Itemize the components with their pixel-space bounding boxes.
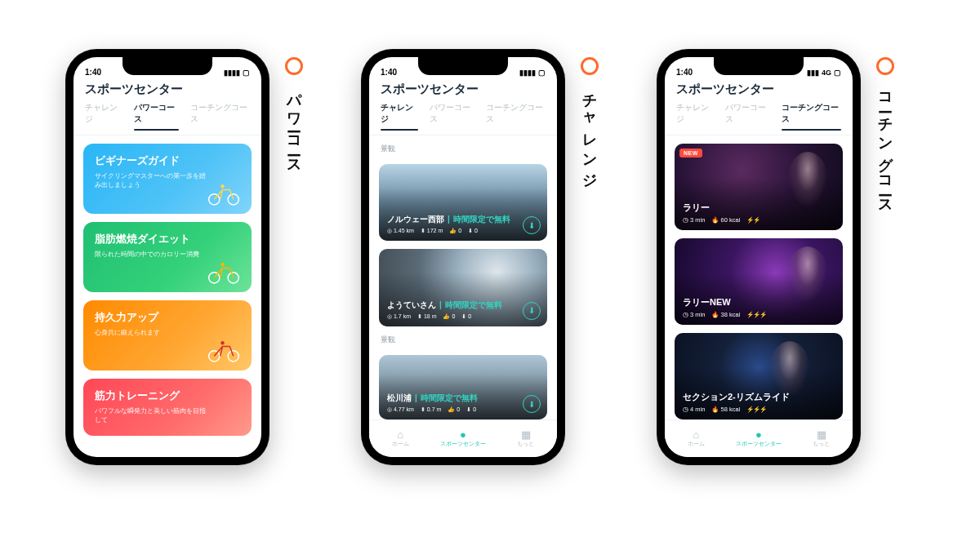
tab-challenge[interactable]: チャレンジ — [676, 102, 714, 130]
card-stats: ◷ 3 min 🔥 38 kcal ⚡⚡⚡ — [683, 311, 835, 318]
battery-icon: ▢ — [834, 69, 841, 77]
download-button[interactable]: ⬇ — [523, 302, 541, 320]
bike-icon — [206, 258, 242, 286]
tab-power[interactable]: パワーコース — [430, 102, 474, 130]
card-desc: サイクリングマスターへの第一歩を踏み出しましょう — [95, 171, 209, 189]
tabbar-more[interactable]: ▦もっと — [494, 420, 557, 457]
tab-power[interactable]: パワーコース — [134, 102, 179, 130]
card-stats: ◷ 4 min 🔥 58 kcal ⚡⚡⚡ — [683, 406, 835, 413]
tab-coaching[interactable]: コーチングコース — [190, 102, 250, 130]
card-desc: 心身共に鍛えられます — [95, 328, 209, 337]
grid-icon: ▦ — [817, 429, 826, 440]
power-card-endurance[interactable]: 持久力アップ 心身共に鍛えられます — [83, 300, 252, 371]
side-label-coaching: コーチングコース — [875, 57, 895, 211]
status-indicators: ▮▮▮ 4G ▢ — [807, 69, 841, 77]
tab-bar: ⌂ホーム ●スポーツセンター ▦もっと — [665, 419, 853, 457]
coaching-card-rally[interactable]: NEW ラリー ◷ 3 min 🔥 60 kcal ⚡⚡ — [675, 144, 843, 230]
tabbar-home[interactable]: ⌂ホーム — [665, 420, 728, 457]
coaching-card-rally-new[interactable]: ラリーNEW ◷ 3 min 🔥 38 kcal ⚡⚡⚡ — [675, 238, 843, 325]
elevation-icon: ⬍ 172 m — [421, 228, 443, 234]
screen: 1:40 ▮▮▮▮ ▢ スポーツセンター チャレンジ パワーコース コーチングコ… — [74, 57, 261, 457]
download-button[interactable]: ⬇ — [523, 395, 541, 413]
power-card-strength[interactable]: 筋力トレーニング パワフルな瞬発力と美しい筋肉を目指して — [83, 379, 252, 436]
section-label: 景観 — [379, 144, 547, 156]
signal-icon: ▮▮▮ 4G — [807, 69, 831, 77]
tabbar-center[interactable]: ●スポーツセンター — [432, 420, 495, 457]
status-time: 1:40 — [85, 68, 101, 77]
tab-challenge[interactable]: チャレンジ — [85, 102, 122, 130]
card-title: ようていさん|時間限定で無料 — [387, 300, 539, 311]
likes-icon: 👍 0 — [449, 228, 461, 234]
card-title: ラリー — [683, 202, 835, 214]
screen: 1:40 ▮▮▮ 4G ▢ スポーツセンター チャレンジ パワーコース コーチン… — [665, 57, 853, 457]
power-course-list: ビギナーズガイド サイクリングマスターへの第一歩を踏み出しましょう 脂肪燃焼ダイ… — [74, 135, 261, 457]
card-title: 脂肪燃焼ダイエット — [95, 232, 240, 246]
tab-challenge[interactable]: チャレンジ — [381, 102, 418, 130]
flame-icon: 🔥 60 kcal — [711, 216, 740, 224]
coaching-list: NEW ラリー ◷ 3 min 🔥 60 kcal ⚡⚡ ラリーNEW — [665, 135, 853, 419]
status-time: 1:40 — [676, 68, 693, 77]
tabs: チャレンジ パワーコース コーチングコース — [369, 102, 557, 135]
svg-point-1 — [228, 194, 238, 205]
page-title: スポーツセンター — [369, 78, 557, 102]
card-stats: ◷ 3 min 🔥 60 kcal ⚡⚡ — [683, 216, 835, 224]
svg-point-8 — [220, 341, 224, 344]
phone-notch — [418, 57, 508, 75]
page-title: スポーツセンター — [74, 78, 261, 102]
coach-figure — [769, 341, 810, 398]
card-stats: ◎ 1.45 km ⬍ 172 m 👍 0 ⬇ 0 — [387, 228, 539, 234]
new-badge: NEW — [679, 149, 702, 158]
signal-icon: ▮▮▮▮ — [519, 69, 536, 77]
page-title: スポーツセンター — [665, 78, 853, 102]
card-title: 松川浦|時間限定で無料 — [387, 393, 539, 404]
svg-point-2 — [220, 184, 224, 188]
bike-icon — [206, 336, 242, 364]
power-card-fatburn[interactable]: 脂肪燃焼ダイエット 限られた時間の中でのカロリー消費 — [83, 222, 252, 292]
globe-icon: ● — [755, 429, 762, 440]
phone-notch — [714, 57, 804, 75]
tabbar-more[interactable]: ▦もっと — [790, 420, 853, 457]
tab-coaching[interactable]: コーチングコース — [782, 102, 841, 130]
card-stats: ◎ 4.77 km ⬍ 0.7 m 👍 0 ⬇ 0 — [387, 406, 539, 413]
card-title: ラリーNEW — [683, 296, 835, 308]
grid-icon: ▦ — [521, 429, 531, 440]
card-title: ビギナーズガイド — [95, 153, 240, 168]
battery-icon: ▢ — [538, 69, 546, 77]
card-title: ノルウェー西部|時間限定で無料 — [387, 214, 539, 225]
tab-coaching[interactable]: コーチングコース — [486, 102, 546, 130]
power-card-beginner[interactable]: ビギナーズガイド サイクリングマスターへの第一歩を踏み出しましょう — [83, 144, 252, 214]
side-label-text: コーチングコース — [875, 83, 895, 211]
section-label: 景観 — [379, 335, 547, 347]
tabbar-home[interactable]: ⌂ホーム — [369, 420, 432, 457]
tabbar-center[interactable]: ●スポーツセンター — [728, 420, 791, 457]
phone-notch — [122, 57, 212, 75]
card-stats: ◎ 1.7 km ⬍ 18 m 👍 0 ⬇ 0 — [387, 313, 539, 320]
side-label-text: パワーコース — [284, 83, 304, 171]
tab-power[interactable]: パワーコース — [725, 102, 770, 130]
battery-icon: ▢ — [243, 69, 250, 77]
challenge-card-matsukawa[interactable]: 松川浦|時間限定で無料 ◎ 4.77 km ⬍ 0.7 m 👍 0 ⬇ 0 ⬇ — [379, 355, 547, 419]
side-label-power: パワーコース — [284, 57, 304, 171]
coach-figure — [787, 152, 828, 209]
challenge-card-yotei[interactable]: ようていさん|時間限定で無料 ◎ 1.7 km ⬍ 18 m 👍 0 ⬇ 0 ⬇ — [379, 249, 547, 326]
challenge-card-norway[interactable]: ノルウェー西部|時間限定で無料 ◎ 1.45 km ⬍ 172 m 👍 0 ⬇ … — [379, 164, 547, 241]
card-desc: パワフルな瞬発力と美しい筋肉を目指して — [95, 406, 209, 424]
ring-icon — [285, 57, 303, 75]
download-count-icon: ⬇ 0 — [468, 228, 478, 234]
coaching-card-rhythm[interactable]: セクション2-リズムライド ◷ 4 min 🔥 58 kcal ⚡⚡⚡ — [675, 333, 843, 419]
card-title: 持久力アップ — [95, 310, 240, 325]
clock-icon: ◷ 3 min — [683, 216, 705, 224]
status-time: 1:40 — [381, 68, 397, 77]
phone-challenge: 1:40 ▮▮▮▮ ▢ スポーツセンター チャレンジ パワーコース コーチングコ… — [361, 49, 565, 465]
bike-icon — [206, 180, 242, 207]
challenge-list: 景観 ノルウェー西部|時間限定で無料 ◎ 1.45 km ⬍ 172 m 👍 0… — [369, 135, 557, 419]
status-indicators: ▮▮▮▮ ▢ — [224, 69, 250, 77]
ring-icon — [581, 57, 599, 75]
home-icon: ⌂ — [693, 429, 699, 440]
globe-icon: ● — [460, 429, 466, 440]
screen: 1:40 ▮▮▮▮ ▢ スポーツセンター チャレンジ パワーコース コーチングコ… — [369, 57, 557, 457]
side-label-challenge: チャレンジ — [580, 57, 599, 183]
tabs: チャレンジ パワーコース コーチングコース — [665, 102, 853, 135]
card-desc: 限られた時間の中でのカロリー消費 — [95, 250, 209, 259]
status-indicators: ▮▮▮▮ ▢ — [519, 69, 546, 77]
